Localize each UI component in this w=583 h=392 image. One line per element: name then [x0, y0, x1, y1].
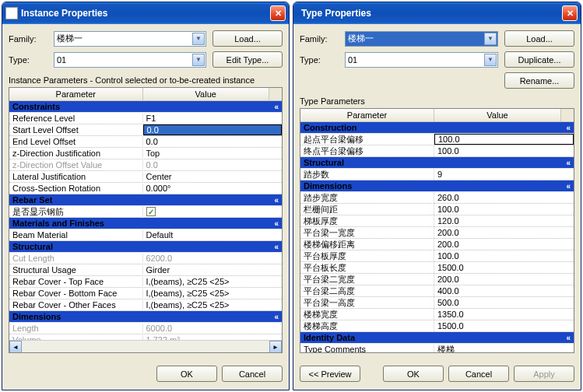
ok-button[interactable]: OK [156, 366, 217, 382]
edit-type-button[interactable]: Edit Type... [212, 51, 283, 68]
close-icon[interactable]: ✕ [270, 5, 286, 21]
instance-params-header: Instance Parameters - Control selected o… [9, 75, 283, 85]
table-row[interactable]: Cross-Section Rotation0.000° [9, 183, 282, 194]
collapse-icon: « [274, 313, 279, 321]
chevron-down-icon[interactable]: ▼ [484, 33, 497, 45]
table-row[interactable]: 平台板厚度100.0 [300, 250, 574, 262]
table-row[interactable]: Reference LevelF1 [9, 113, 282, 124]
cancel-button[interactable]: Cancel [222, 366, 283, 382]
ok-button[interactable]: OK [383, 366, 444, 382]
table-row[interactable]: Volume1.722 m³ [9, 334, 282, 340]
titlebar[interactable]: Instance Properties ✕ [2, 2, 289, 24]
type-params-header: Type Parameters [300, 96, 574, 106]
table-row[interactable]: Rebar Cover - Top FaceI,(beams), ≥C25 <2… [9, 276, 282, 288]
table-row[interactable]: End Level Offset0.0 [9, 136, 282, 148]
family-value: 楼梯一 [348, 33, 374, 44]
table-row[interactable]: 平台板长度1500.0 [300, 262, 574, 274]
family-combo[interactable]: 楼梯一▼ [345, 31, 498, 47]
chevron-down-icon[interactable]: ▼ [192, 54, 205, 66]
table-row[interactable]: 平台梁一宽度200.0 [300, 227, 574, 239]
section-materials[interactable]: Materials and Finishes« [9, 218, 282, 229]
type-value: 01 [348, 55, 357, 65]
load-button[interactable]: Load... [212, 30, 283, 47]
collapse-icon: « [566, 182, 571, 191]
type-properties-dialog: Type Properties ✕ Family: 楼梯一▼ Load... T… [293, 2, 581, 390]
grid-body[interactable]: Constraints« Reference LevelF1 Start Lev… [9, 101, 282, 340]
cancel-button[interactable]: Cancel [448, 366, 509, 382]
window-title: Instance Properties [21, 8, 270, 19]
collapse-icon: « [566, 159, 571, 167]
table-row[interactable]: 梯板厚度120.0 [300, 215, 574, 227]
chevron-down-icon[interactable]: ▼ [192, 33, 205, 45]
table-row[interactable]: Beam MaterialDefault [9, 229, 282, 241]
rename-button[interactable]: Rename... [504, 72, 574, 89]
table-row[interactable]: 楼梯高度1500.0 [300, 320, 574, 332]
col-parameter[interactable]: Parameter [300, 109, 434, 121]
section-rebar-set[interactable]: Rebar Set« [9, 194, 282, 206]
collapse-icon: « [274, 103, 279, 111]
section-identity[interactable]: Identity Data« [300, 332, 574, 344]
type-label: Type: [9, 55, 54, 65]
close-icon[interactable]: ✕ [562, 5, 578, 21]
table-row[interactable]: Lateral JustificationCenter [9, 171, 282, 183]
collapse-icon: « [274, 196, 279, 205]
section-dimensions[interactable]: Dimensions« [300, 180, 574, 192]
table-row[interactable]: Rebar Cover - Bottom FaceI,(beams), ≥C25… [9, 288, 282, 299]
window-icon [5, 7, 18, 19]
section-structural[interactable]: Structural« [300, 157, 574, 169]
section-dimensions[interactable]: Dimensions« [9, 311, 282, 323]
table-row[interactable]: 终点平台梁偏移100.0 [300, 145, 574, 157]
chevron-down-icon[interactable]: ▼ [484, 54, 497, 66]
type-value: 01 [57, 55, 66, 65]
collapse-icon: « [566, 124, 571, 132]
type-combo[interactable]: 01▼ [54, 52, 206, 68]
table-row[interactable]: Rebar Cover - Other FacesI,(beams), ≥C25… [9, 299, 282, 311]
family-value: 楼梯一 [57, 33, 83, 44]
type-combo[interactable]: 01▼ [345, 52, 498, 68]
collapse-icon: « [566, 334, 571, 342]
family-combo[interactable]: 楼梯一▼ [54, 31, 206, 47]
family-label: Family: [9, 34, 54, 44]
table-row[interactable]: Structural UsageGirder [9, 264, 282, 276]
collapse-icon: « [274, 243, 279, 251]
preview-button[interactable]: << Preview [300, 366, 360, 382]
table-row[interactable]: 平台梁二高度400.0 [300, 285, 574, 297]
col-value[interactable]: Value [143, 88, 270, 100]
grid-body[interactable]: Construction« 起点平台梁偏移100.0 终点平台梁偏移100.0 … [300, 122, 574, 352]
apply-button[interactable]: Apply [514, 366, 574, 382]
type-params-grid: Parameter Value Construction« 起点平台梁偏移100… [300, 108, 574, 353]
family-label: Family: [300, 34, 345, 44]
section-construction[interactable]: Construction« [300, 122, 574, 134]
table-row[interactable]: 楼梯偏移距离200.0 [300, 239, 574, 250]
section-structural[interactable]: Structural« [9, 241, 282, 253]
section-constraints[interactable]: Constraints« [9, 101, 282, 113]
table-row[interactable]: 平台梁一高度500.0 [300, 297, 574, 309]
instance-params-grid: Parameter Value Constraints« Reference L… [9, 87, 283, 353]
type-label: Type: [300, 55, 345, 65]
table-row[interactable]: 踏步宽度260.0 [300, 192, 574, 204]
table-row[interactable]: 栏栅间距100.0 [300, 204, 574, 215]
collapse-icon: « [274, 219, 279, 228]
window-title: Type Properties [297, 8, 562, 19]
hscrollbar[interactable]: ◄► [9, 340, 282, 352]
table-row[interactable]: 平台梁二宽度200.0 [300, 274, 574, 285]
col-parameter[interactable]: Parameter [9, 88, 143, 100]
instance-properties-dialog: Instance Properties ✕ Family: 楼梯一▼ Load.… [2, 2, 290, 390]
table-row[interactable]: 起点平台梁偏移100.0 [300, 134, 574, 145]
table-row[interactable]: 踏步数9 [300, 169, 574, 180]
checkbox-icon[interactable]: ✓ [146, 207, 156, 216]
table-row[interactable]: Length6000.0 [9, 323, 282, 334]
titlebar[interactable]: Type Properties ✕ [293, 2, 581, 24]
load-button[interactable]: Load... [504, 30, 574, 47]
table-row[interactable]: 楼梯宽度1350.0 [300, 309, 574, 320]
table-row[interactable]: 是否显示钢筋✓ [9, 206, 282, 218]
table-row[interactable]: z-Direction JustificationTop [9, 148, 282, 159]
table-row[interactable]: Start Level Offset0.0 [9, 124, 282, 136]
table-row[interactable]: Cut Length6200.0 [9, 253, 282, 264]
col-value[interactable]: Value [434, 109, 561, 121]
table-row[interactable]: z-Direction Offset Value0.0 [9, 159, 282, 171]
duplicate-button[interactable]: Duplicate... [504, 51, 574, 68]
table-row[interactable]: Type Comments楼梯 [300, 344, 574, 352]
